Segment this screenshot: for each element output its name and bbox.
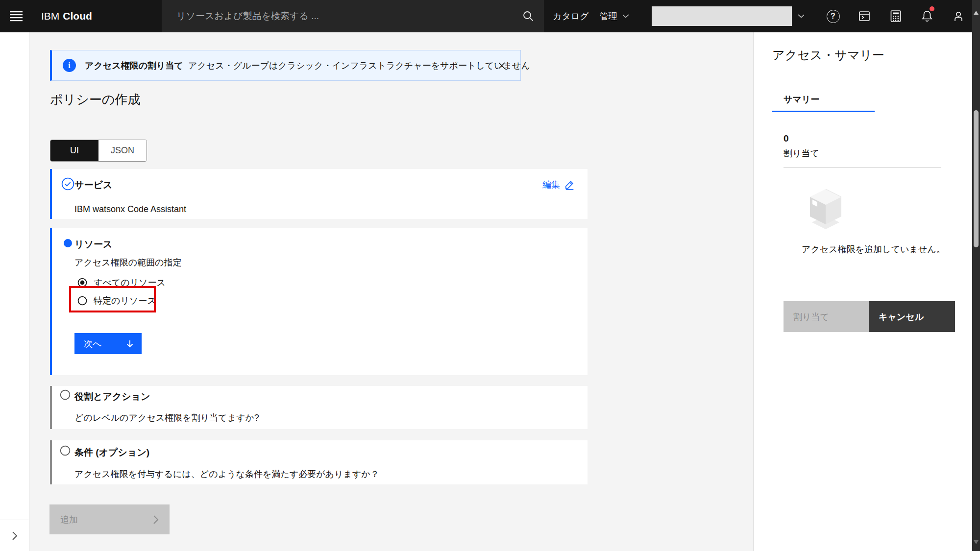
cost-estimator-button[interactable] [884,0,907,32]
resources-step-title: リソース [74,238,112,251]
service-step-title: サービス [74,179,112,192]
nav-manage-label: 管理 [600,10,617,22]
tab-summary[interactable]: サマリー [784,94,819,105]
page-title: ポリシーの作成 [50,91,140,108]
scrollbar-thumb[interactable] [974,110,979,247]
edit-label: 編集 [542,179,560,191]
arrow-down-icon [125,339,134,348]
scroll-down-arrow[interactable] [974,540,979,544]
pending-step-circle-icon [60,445,71,456]
radio-specific-resources[interactable]: 特定のリソース [77,295,156,307]
summary-panel-title: アクセス・サマリー [772,47,884,63]
account-selector[interactable] [652,6,792,26]
chevron-right-icon [12,531,18,541]
nav-manage[interactable]: 管理 [600,0,629,32]
divider [784,168,941,168]
menu-button[interactable] [7,7,25,25]
search-button[interactable] [513,0,544,32]
ibm-cloud-logo[interactable]: IBM Cloud [41,0,92,32]
search-input[interactable] [162,0,513,32]
global-search [162,0,544,32]
scrollbar-track[interactable] [972,0,980,551]
chevron-right-icon [153,515,159,525]
access-summary-panel: アクセス・サマリー サマリー 0 割り当て アクセス権限を追加していません。 割… [753,32,972,551]
ibm-cloud-console: IBM Cloud カタログ 管理 [0,0,980,551]
account-chevron-button[interactable] [798,0,805,32]
nav-catalog[interactable]: カタログ [553,0,589,32]
resources-step-description: アクセス権限の範囲の指定 [74,257,182,268]
scroll-up-arrow[interactable] [974,11,979,15]
conditions-step-title: 条件 (オプション) [74,446,149,459]
radio-unselected-icon [77,296,87,306]
add-button-label: 追加 [60,514,78,526]
nav-catalog-label: カタログ [553,10,589,22]
pencil-icon [564,180,575,190]
assign-button-label: 割り当て [793,311,829,323]
chevron-down-icon [622,14,629,18]
notification-message: アクセス・グループはクラシック・インフラストラクチャーをサポートしていません [188,61,530,71]
expand-panel-button[interactable] [0,520,29,551]
cli-docs-button[interactable] [853,0,876,32]
radio-selected-icon [77,278,87,287]
left-rail [0,32,29,551]
active-tab-indicator [772,111,875,112]
search-icon [522,10,534,22]
chevron-down-icon [798,14,805,18]
assignment-count-label: 割り当て [784,147,819,159]
roles-step-title: 役割とアクション [74,390,150,403]
service-selected-value: IBM watsonx Code Assistant [74,204,186,215]
radio-specific-resources-label: 特定のリソース [94,295,156,307]
close-icon [498,62,506,70]
step-card-roles: 役割とアクション どのレベルのアクセス権限を割り当てますか? [50,386,588,429]
cancel-button-label: キャンセル [879,311,924,323]
user-icon [952,10,965,23]
tab-json[interactable]: JSON [98,140,147,161]
pending-step-circle-icon [60,389,71,400]
add-button[interactable]: 追加 [49,504,170,534]
conditions-step-description: アクセス権限を付与するには、どのような条件を満たす必要がありますか？ [74,468,379,480]
step-card-service: サービス IBM watsonx Code Assistant 編集 [50,169,588,219]
terminal-window-icon [858,10,871,23]
notification-dot [930,6,934,11]
cancel-button[interactable]: キャンセル [869,301,955,332]
current-step-dot-icon [63,239,73,248]
check-circle-icon [61,177,74,191]
calculator-icon [890,10,902,23]
global-header: IBM Cloud カタログ 管理 [0,0,980,32]
roles-step-description: どのレベルのアクセス権限を割り当てますか? [74,412,259,424]
help-icon: ? [827,10,840,23]
assign-button[interactable]: 割り当て [784,301,869,332]
notification-close-button[interactable] [494,58,510,73]
step-card-resources: リソース アクセス権限の範囲の指定 すべてのリソース 特定のリソース 次へ [50,228,588,375]
help-button[interactable]: ? [821,0,845,32]
bell-icon [921,10,933,23]
info-icon: i [63,59,76,72]
brand-cloud: Cloud [63,10,92,22]
empty-state-message: アクセス権限を追加していません。 [802,243,925,255]
notification-text: アクセス権限の割り当てアクセス・グループはクラシック・インフラストラクチャーをサ… [85,60,530,72]
next-button-label: 次へ [84,338,101,350]
notification-title: アクセス権限の割り当て [85,61,183,71]
tab-ui[interactable]: UI [50,140,98,161]
notifications-button[interactable] [915,0,939,32]
info-notification: i アクセス権限の割り当てアクセス・グループはクラシック・インフラストラクチャー… [50,50,521,81]
profile-button[interactable] [947,0,970,32]
radio-all-resources[interactable]: すべてのリソース [77,277,166,288]
view-switcher: UI JSON [50,140,147,162]
brand-ibm: IBM [41,10,59,22]
edit-service-link[interactable]: 編集 [542,179,575,191]
step-card-conditions: 条件 (オプション) アクセス権限を付与するには、どのような条件を満たす必要があ… [50,440,588,484]
empty-state-package-icon [809,188,842,231]
hamburger-icon [10,11,23,22]
assignment-count: 0 [784,133,789,144]
next-button[interactable]: 次へ [74,333,142,354]
radio-all-resources-label: すべてのリソース [94,277,166,288]
